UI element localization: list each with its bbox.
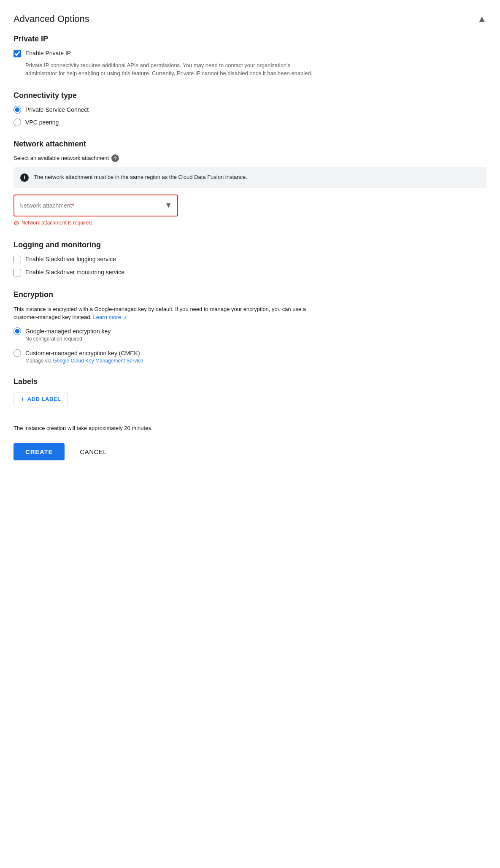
add-label-text: ADD LABEL [27, 396, 61, 402]
encryption-section: Encryption This instance is encrypted wi… [14, 290, 486, 364]
required-star: * [72, 202, 74, 209]
cmek-option: Customer-managed encryption key (CMEK) M… [14, 349, 486, 364]
create-button[interactable]: CREATE [14, 443, 65, 460]
cmek-radio[interactable] [14, 349, 21, 357]
encryption-label: Encryption [14, 290, 486, 299]
plus-icon: + [21, 395, 25, 403]
creation-note: The instance creation will take approxim… [14, 425, 486, 431]
google-managed-key-label: Google-managed encryption key [25, 328, 111, 335]
private-ip-label: Private IP [14, 35, 486, 43]
google-managed-key-row[interactable]: Google-managed encryption key [14, 327, 486, 335]
private-ip-section: Private IP Enable Private IP Private IP … [14, 35, 486, 78]
vpc-peering-option[interactable]: VPC peering [14, 119, 486, 126]
network-attachment-title: Network attachment [14, 140, 486, 149]
enable-private-ip-checkbox[interactable] [14, 50, 21, 57]
advanced-options-header: Advanced Options ▲ [14, 14, 486, 24]
vpc-peering-label: VPC peering [25, 119, 59, 126]
network-attachment-info-box: i The network attachment must be in the … [14, 167, 486, 188]
external-link-icon: ↗ [123, 315, 127, 321]
enable-private-ip-label: Enable Private IP [25, 49, 71, 58]
footer-section: The instance creation will take approxim… [14, 425, 486, 460]
encryption-description: This instance is encrypted with a Google… [14, 305, 309, 322]
add-label-button[interactable]: + ADD LABEL [14, 392, 68, 406]
vpc-peering-radio[interactable] [14, 119, 21, 126]
connectivity-radio-group: Private Service Connect VPC peering [14, 106, 486, 126]
connectivity-label: Connectivity type [14, 91, 486, 100]
info-icon: i [20, 173, 29, 182]
stackdriver-monitoring-row: Enable Stackdriver monitoring service [14, 268, 486, 277]
stackdriver-monitoring-checkbox[interactable] [14, 269, 21, 276]
kms-link[interactable]: Google Cloud Key Management Service [53, 358, 143, 364]
logging-label: Logging and monitoring [14, 241, 486, 249]
google-managed-key-radio[interactable] [14, 327, 21, 335]
network-attachment-sublabel: Select an available network attachment [14, 155, 109, 161]
network-attachment-placeholder: Network attachment* [19, 202, 74, 209]
network-attachment-error-text: Network attachment is required. [22, 220, 93, 226]
private-service-connect-label: Private Service Connect [25, 106, 89, 113]
stackdriver-logging-row: Enable Stackdriver logging service [14, 255, 486, 264]
private-ip-description: Private IP connectivity requires additio… [25, 61, 321, 78]
logging-section: Logging and monitoring Enable Stackdrive… [14, 241, 486, 277]
action-buttons: CREATE CANCEL [14, 443, 486, 460]
private-service-connect-radio[interactable] [14, 106, 21, 114]
google-managed-key-option: Google-managed encryption key No configu… [14, 327, 486, 342]
page-title: Advanced Options [14, 14, 89, 24]
connectivity-section: Connectivity type Private Service Connec… [14, 91, 486, 126]
stackdriver-monitoring-label: Enable Stackdriver monitoring service [25, 268, 124, 277]
stackdriver-logging-label: Enable Stackdriver logging service [25, 255, 116, 264]
error-icon: ⊘ [14, 219, 19, 227]
encryption-radio-group: Google-managed encryption key No configu… [14, 327, 486, 364]
stackdriver-logging-checkbox[interactable] [14, 256, 21, 263]
network-attachment-info-text: The network attachment must be in the sa… [34, 173, 247, 181]
labels-section: Labels + ADD LABEL [14, 377, 486, 413]
network-attachment-section: Network attachment Select an available n… [14, 140, 486, 227]
cmek-row[interactable]: Customer-managed encryption key (CMEK) [14, 349, 486, 357]
labels-label: Labels [14, 377, 486, 386]
private-service-connect-option[interactable]: Private Service Connect [14, 106, 486, 114]
network-attachment-dropdown[interactable]: Network attachment* ▼ [14, 195, 178, 216]
learn-more-link[interactable]: Learn more ↗ [93, 314, 127, 320]
network-attachment-error-row: ⊘ Network attachment is required. [14, 219, 486, 227]
cancel-button[interactable]: CANCEL [71, 443, 115, 460]
enable-private-ip-row: Enable Private IP [14, 49, 486, 58]
google-managed-key-sublabel: No configuration required [25, 336, 486, 342]
dropdown-arrow-icon: ▼ [165, 201, 172, 210]
cmek-sublabel: Manage via Google Cloud Key Management S… [25, 358, 486, 364]
cmek-label: Customer-managed encryption key (CMEK) [25, 350, 140, 357]
network-attachment-help-icon[interactable]: ? [111, 154, 119, 162]
chevron-up-icon[interactable]: ▲ [477, 14, 486, 24]
